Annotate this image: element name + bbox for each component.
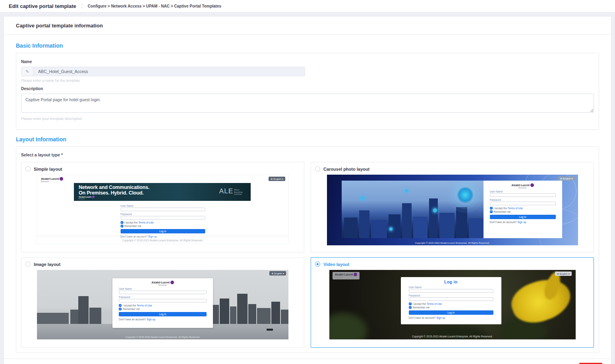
ale-tagline: Where Everything Connects (234, 189, 248, 196)
checkbox-icon: ✓ (119, 308, 122, 310)
basic-info-panel: Name ✎ Please enter a name for the templ… (16, 53, 599, 130)
template-card: Captive portal template information Basi… (4, 17, 611, 364)
brand-circle-icon (354, 273, 357, 276)
terms-link: Terms of Use (427, 302, 442, 305)
simple-layout-label: Simple layout (34, 167, 62, 171)
building (371, 220, 387, 238)
copyright-text: Copyright © 2015-2022 Alcatel-Lucent Ent… (327, 242, 578, 244)
building (271, 302, 280, 324)
name-input-group: ✎ (21, 67, 305, 76)
name-help-text: Please enter a name for the template (21, 79, 594, 83)
building (389, 214, 400, 238)
username-label: User Name (409, 286, 493, 289)
video-layout-preview: Alcatel·Lucent Enterprise ⊕English▾ Log … (329, 270, 576, 339)
layout-panel: Select a layout type * Simple layout Alc… (16, 146, 599, 353)
radio-video[interactable] (315, 262, 320, 267)
checkbox-icon: ✓ (119, 304, 122, 307)
building (429, 198, 438, 238)
alcatel-lucent-logo: Alcatel·Lucent Enterprise (79, 196, 95, 200)
building (469, 218, 483, 238)
boat (267, 329, 273, 331)
building (456, 207, 467, 238)
caret-down-icon: ▾ (282, 177, 283, 180)
alcatel-lucent-logo: Alcatel·Lucent Enterprise (333, 272, 360, 279)
building (281, 310, 288, 324)
pencil-icon: ✎ (21, 67, 33, 76)
image-layout-preview: ⊕English▾ Alcatel·Lucent Enterprise User… (37, 270, 288, 339)
ale-logo: ALE (219, 187, 233, 195)
terms-link: Terms of Use (137, 304, 152, 307)
building (248, 304, 256, 324)
login-title: Log in (409, 280, 493, 284)
terms-checkbox-row: ✓ I accept the Terms of Use (490, 207, 556, 210)
username-label: User Name (119, 287, 207, 290)
remember-checkbox-row: ✓ Remember me (490, 210, 556, 213)
video-layout-label: Video layout (323, 262, 349, 267)
description-help-text: Please enter your template description (21, 117, 594, 121)
radio-carousel[interactable] (315, 166, 320, 171)
checkbox-icon: ✓ (409, 302, 412, 305)
breadcrumb[interactable]: Configure > Network Access > UPAM - NAC … (88, 4, 221, 8)
language-selector: ⊕English▾ (555, 272, 572, 276)
image-radio-row: Image layout (25, 262, 300, 267)
building (220, 299, 229, 324)
signup-link: Sign up (436, 316, 445, 319)
building (78, 296, 89, 324)
radio-image[interactable] (25, 262, 31, 267)
caret-down-icon: ▾ (568, 272, 569, 275)
building (237, 294, 248, 324)
brand-circle-icon (530, 183, 534, 187)
login-button-mock: Log in (490, 215, 556, 219)
layout-option-image[interactable]: Image layout (21, 257, 304, 348)
building (439, 213, 454, 238)
username-input (119, 291, 207, 294)
portal-login-form: User Name Password ✓ I accept the Terms … (119, 287, 207, 321)
image-layout-label: Image layout (34, 262, 60, 267)
video-radio-row: Video layout (315, 262, 590, 267)
login-card: Log in User Name Password ✓ I accept the… (401, 277, 501, 324)
terms-checkbox-row: ✓ I accept the Terms of Use (120, 221, 205, 224)
carousel-layout-label: Carousel photo layout (323, 167, 369, 171)
remember-checkbox-row: ✓ Remember me (409, 306, 493, 309)
network-node-icon (389, 227, 393, 231)
password-input (409, 297, 493, 301)
signup-link: Sign up (148, 235, 157, 238)
banner-image: Network and Communications. On Premises.… (74, 183, 251, 201)
layout-options-grid: Simple layout Alcatel·Lucent Enterprise … (21, 162, 594, 348)
language-selector: ⊕English▾ (558, 176, 575, 181)
alcatel-lucent-logo: Alcatel·Lucent Enterprise (490, 183, 556, 189)
building (344, 218, 358, 238)
caret-down-icon: ▾ (283, 272, 284, 275)
alcatel-lucent-logo: Alcatel·Lucent Enterprise (41, 177, 63, 183)
terms-link: Terms of Use (508, 207, 523, 210)
radio-simple[interactable] (25, 166, 31, 171)
layout-type-label: Select a layout type * (21, 152, 594, 157)
login-panel: Alcatel·Lucent Enterprise User Name Pass… (483, 181, 562, 238)
copyright-text: Copyright © 2015-2022 Alcatel-Lucent Ent… (37, 239, 288, 242)
building (359, 210, 369, 238)
checkbox-icon: ✓ (409, 306, 412, 309)
name-input[interactable] (33, 67, 305, 76)
wifi-icon (457, 187, 473, 203)
city-photo (342, 181, 483, 238)
layout-option-carousel[interactable]: Carousel photo layout (311, 162, 594, 252)
card-title: Captive portal template information (4, 17, 611, 35)
copyright-text: Copyright © 2015-2022 Alcatel-Lucent Ent… (329, 335, 576, 338)
globe-icon: ⊕ (560, 177, 562, 180)
terms-checkbox-row: ✓ I accept the Terms of Use (409, 302, 493, 305)
basic-info-heading: Basic Information (16, 42, 599, 49)
carousel-radio-row: Carousel photo layout (315, 166, 590, 171)
signup-link: Sign up (147, 318, 155, 321)
terms-checkbox-row: ✓ I accept the Terms of Use (119, 304, 207, 307)
layout-option-video[interactable]: Video layout Alcatel·Lucent Enterprise (311, 257, 594, 348)
remember-checkbox-row: ✓ Remember me (119, 308, 207, 310)
language-selector: ⊕English▾ (269, 177, 285, 181)
brand-circle-icon (170, 281, 174, 284)
username-input (120, 208, 205, 211)
layout-option-simple[interactable]: Simple layout Alcatel·Lucent Enterprise … (21, 162, 304, 252)
building (70, 310, 78, 324)
divider (37, 236, 288, 236)
remember-checkbox-row: ✓ Remember me (120, 225, 205, 227)
description-textarea[interactable]: Captive Portal page for hotel guest logi… (21, 94, 594, 113)
portal-login-form: User Name Password ✓ I accept the Terms … (490, 190, 556, 223)
